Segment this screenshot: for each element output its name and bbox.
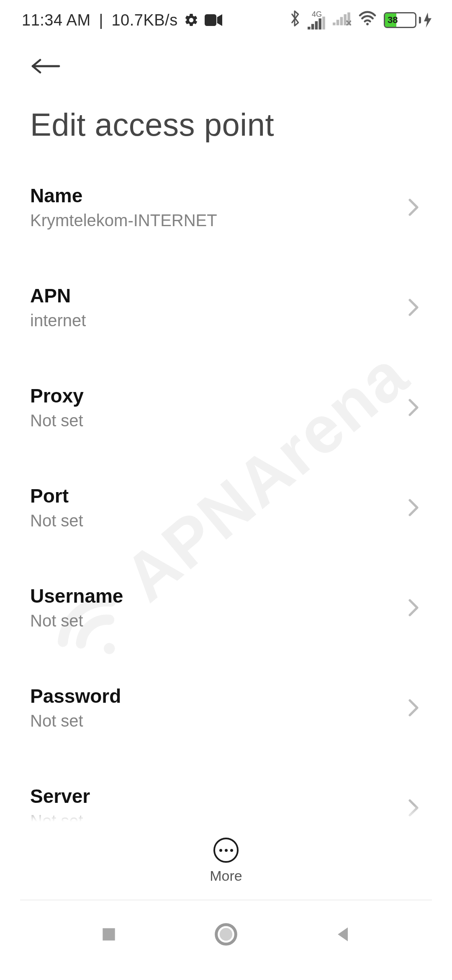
setting-row-password[interactable]: Password Not set (0, 666, 452, 749)
settings-list: Name Krymtelekom-INTERNET APN internet P… (0, 166, 452, 822)
more-button[interactable]: More (210, 838, 242, 884)
chevron-right-icon (405, 199, 422, 216)
setting-row-proxy[interactable]: Proxy Not set (0, 366, 452, 449)
setting-row-name[interactable]: Name Krymtelekom-INTERNET (0, 166, 452, 248)
setting-label: Password (30, 685, 405, 707)
svg-point-13 (366, 23, 369, 25)
bluetooth-icon (288, 9, 301, 31)
svg-rect-2 (311, 24, 314, 29)
setting-value: Krymtelekom-INTERNET (30, 211, 405, 230)
setting-value: Not set (30, 511, 405, 530)
setting-value: Not set (30, 411, 405, 430)
chevron-right-icon (405, 399, 422, 416)
svg-rect-3 (315, 21, 318, 30)
status-separator: | (99, 11, 103, 29)
chevron-right-icon (405, 799, 422, 816)
circle-icon (214, 923, 238, 946)
setting-label: Port (30, 485, 405, 507)
charging-icon (424, 13, 432, 28)
signal-sim1: 4G (308, 10, 326, 30)
svg-rect-7 (336, 20, 339, 25)
setting-label: Username (30, 585, 405, 607)
nav-recents-button[interactable] (92, 918, 126, 951)
back-button[interactable] (30, 49, 64, 83)
gear-icon (184, 13, 199, 28)
square-icon (100, 925, 118, 944)
svg-rect-9 (344, 14, 347, 25)
signal-sim2 (333, 11, 351, 29)
setting-label: Server (30, 785, 405, 807)
setting-row-port[interactable]: Port Not set (0, 466, 452, 549)
more-horizontal-icon (213, 838, 239, 863)
more-label: More (210, 868, 242, 884)
setting-row-username[interactable]: Username Not set (0, 566, 452, 649)
svg-rect-0 (205, 14, 216, 26)
page-title: Edit access point (30, 106, 422, 143)
svg-rect-8 (340, 17, 343, 25)
svg-rect-6 (333, 22, 336, 25)
svg-rect-5 (322, 17, 325, 30)
battery-percent: 38 (388, 15, 398, 26)
arrow-left-icon (30, 56, 60, 76)
svg-rect-15 (103, 928, 115, 940)
status-net-speed: 10.7KB/s (111, 11, 177, 29)
setting-row-server[interactable]: Server Not set (0, 766, 452, 822)
setting-value: internet (30, 311, 405, 330)
setting-label: Proxy (30, 384, 405, 407)
chevron-right-icon (405, 499, 422, 516)
nav-home-button[interactable] (209, 918, 243, 951)
bottom-divider (20, 900, 432, 900)
wifi-icon (358, 11, 377, 30)
setting-row-apn[interactable]: APN internet (0, 266, 452, 348)
nav-back-button[interactable] (326, 918, 360, 951)
status-time: 11:34 AM (22, 11, 91, 29)
chevron-right-icon (405, 599, 422, 616)
triangle-left-icon (334, 925, 352, 944)
status-bar: 11:34 AM | 10.7KB/s 4G 38 (0, 0, 452, 40)
battery-indicator: 38 (384, 12, 432, 28)
setting-label: Name (30, 184, 405, 207)
svg-point-17 (220, 928, 232, 941)
chevron-right-icon (405, 299, 422, 316)
setting-label: APN (30, 284, 405, 307)
video-camera-icon (205, 14, 222, 26)
chevron-right-icon (405, 699, 422, 716)
setting-value: Not set (30, 712, 405, 730)
svg-rect-4 (318, 18, 321, 29)
setting-value: Not set (30, 611, 405, 630)
setting-value: Not set (30, 812, 405, 822)
svg-rect-1 (308, 27, 311, 30)
action-bar: More (0, 822, 452, 900)
system-nav-bar (0, 901, 452, 980)
